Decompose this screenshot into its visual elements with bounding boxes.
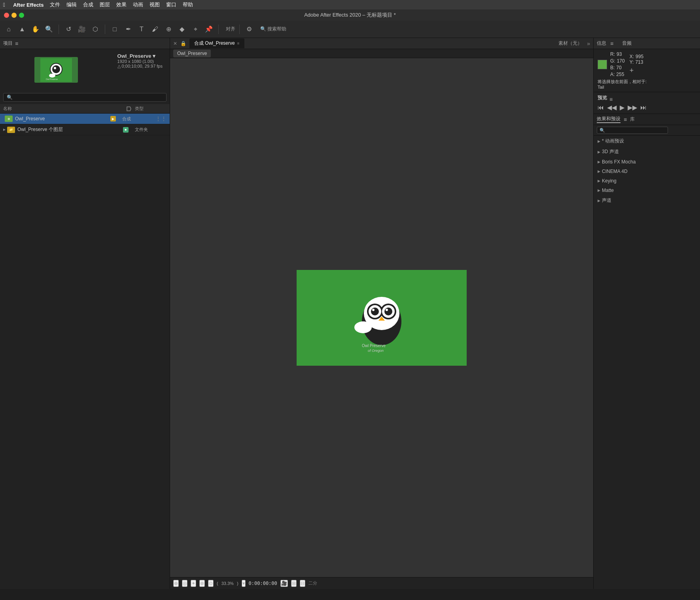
comp-preview-section: Owl Preserve Owl_Preserve ▾ 1920 x 1080 … xyxy=(0,49,170,91)
color-info-section: R: 93 G: 170 B: 70 A: 255 xyxy=(594,49,700,92)
close-button[interactable] xyxy=(4,13,9,18)
comp-draft-btn[interactable]: ⊙ xyxy=(208,580,214,587)
menu-composition[interactable]: 合成 xyxy=(83,1,93,8)
preview-menu-icon[interactable]: ≡ xyxy=(609,96,613,103)
center-panel: ✕ 🔒 合成 Owl_Preserve ≡ 素材（无） » Owl_Preser… xyxy=(170,38,593,589)
rect-tool[interactable]: □ xyxy=(109,24,120,35)
rotate-tool[interactable]: ↺ xyxy=(63,24,74,35)
preview-section: 预览 ≡ ⏮ ◀◀ ▶ ▶▶ ⏭ xyxy=(594,92,700,114)
comp-render-btn[interactable]: ◎ xyxy=(182,580,187,587)
arrow-boris: ▶ xyxy=(598,160,600,164)
roto-tool[interactable]: ⌖ xyxy=(190,24,201,35)
comp-name-tab[interactable]: Owl_Preserve xyxy=(173,49,211,57)
x-value: 995 xyxy=(636,54,643,59)
effects-item-channel[interactable]: ▶ 声道 xyxy=(594,195,700,206)
menu-after-effects[interactable]: After Effects xyxy=(13,2,44,8)
hand-tool[interactable]: ✋ xyxy=(30,24,41,35)
project-item-owl-layers[interactable]: ▶ 📁 Owl_Preserve 个图层 ■ 文件夹 xyxy=(0,124,170,135)
settings-button[interactable]: ⚙ xyxy=(244,24,255,35)
comp-snap-btn[interactable]: ✦ xyxy=(191,580,196,587)
close-comp-icon[interactable]: ✕ xyxy=(173,41,177,46)
effects-label-keying: Keying xyxy=(602,178,617,184)
orbit-tool[interactable]: ⬡ xyxy=(90,24,101,35)
tree-icon-1: ⋮⋮ xyxy=(155,116,166,122)
preview-header: 预览 ≡ xyxy=(598,95,696,104)
menu-help[interactable]: 帮助 xyxy=(183,1,193,8)
arrow-keying: ▶ xyxy=(598,179,600,183)
menu-edit[interactable]: 编辑 xyxy=(66,1,77,8)
r-value: 93 xyxy=(617,51,622,57)
svg-point-4 xyxy=(54,67,56,69)
owl-svg: Owl Preserve of Oregon xyxy=(297,270,467,366)
comp-duration: △ 0;00;10;00, 29.97 fps xyxy=(117,64,163,69)
arrow-matte: ▶ xyxy=(598,188,600,192)
text-tool[interactable]: T xyxy=(136,24,147,35)
menu-view[interactable]: 视图 xyxy=(149,1,160,8)
effects-item-matte[interactable]: ▶ Matte xyxy=(594,186,700,195)
effects-item-animation[interactable]: ▶ * 动画预设 xyxy=(594,136,700,146)
menu-file[interactable]: 文件 xyxy=(50,1,60,8)
align-label: 对齐 xyxy=(226,26,235,32)
preview-next-btn[interactable]: ▶▶ xyxy=(628,104,637,111)
menu-layer[interactable]: 图层 xyxy=(100,1,110,8)
comp-view-options[interactable]: ▾ xyxy=(242,580,246,587)
comp-name: Owl_Preserve ▾ xyxy=(117,53,163,59)
pen-tool[interactable]: ✒ xyxy=(123,24,134,35)
effects-search-input[interactable] xyxy=(597,127,668,134)
right-panel: 信息 ≡ 音频 R: 93 G: 170 B: xyxy=(593,38,700,589)
comp-icon-1: ⊕ xyxy=(5,116,13,122)
comp-options-btn[interactable]: ⊕ xyxy=(173,580,179,587)
comp-guide-btn[interactable]: ⊟ xyxy=(300,580,305,587)
effects-item-keying[interactable]: ▶ Keying xyxy=(594,176,700,186)
info-menu-icon[interactable]: ≡ xyxy=(610,40,613,47)
project-panel: 项目 ≡ Owl Preserve Owl_Preserve ▾ 1920 xyxy=(0,38,170,589)
arrow-channel: ▶ xyxy=(598,199,600,203)
effects-item-cinema[interactable]: ▶ CINEMA 4D xyxy=(594,167,700,176)
preview-first-btn[interactable]: ⏮ xyxy=(598,104,604,111)
home-button[interactable]: ⌂ xyxy=(3,24,14,35)
effects-tab[interactable]: 效果和预设 xyxy=(597,116,621,123)
preview-play-btn[interactable]: ▶ xyxy=(620,104,624,111)
pin-tool[interactable]: 📌 xyxy=(203,24,214,35)
minimize-button[interactable] xyxy=(11,13,17,18)
svg-text:Owl Preserve: Owl Preserve xyxy=(362,344,386,348)
menu-window[interactable]: 窗口 xyxy=(166,1,176,8)
select-tool[interactable]: ▲ xyxy=(17,24,28,35)
project-item-owl-preserve[interactable]: ⊕ Owl_Preserve ▶ 合成 ⋮⋮ xyxy=(0,114,170,124)
position-ref: Tail xyxy=(598,85,604,89)
folder-icon-1: 📁 xyxy=(7,127,15,133)
plus-btn[interactable]: + xyxy=(630,66,643,75)
clone-tool[interactable]: ⊕ xyxy=(163,24,174,35)
tag-icon-1: ▶ xyxy=(110,116,116,122)
menu-animation[interactable]: 动画 xyxy=(133,1,143,8)
effects-item-3d[interactable]: ▶ 3D 声道 xyxy=(594,146,700,157)
col-type-header: 类型 xyxy=(135,106,166,112)
comp-tab-owl[interactable]: 合成 Owl_Preserve ≡ xyxy=(189,38,244,48)
a-label: A: xyxy=(610,72,615,77)
svg-text:Owl Preserve: Owl Preserve xyxy=(46,78,58,80)
preview-last-btn[interactable]: ⏭ xyxy=(640,104,647,111)
lib-tab[interactable]: 库 xyxy=(630,116,635,123)
y-row: Y: 713 xyxy=(630,59,643,65)
comp-tab-menu[interactable]: ≡ xyxy=(237,41,240,46)
color-swatch xyxy=(598,60,607,69)
camera-tool[interactable]: 🎥 xyxy=(76,24,87,35)
comp-panel-menu[interactable]: » xyxy=(587,40,590,47)
paint-tool[interactable]: ◆ xyxy=(176,24,187,35)
comp-motion-blur-btn[interactable]: ⊗ xyxy=(199,580,205,587)
apple-icon:  xyxy=(3,2,5,8)
effects-item-boris[interactable]: ▶ Boris FX Mocha xyxy=(594,157,700,167)
maximize-button[interactable] xyxy=(19,13,24,18)
preview-title: 预览 xyxy=(598,95,607,101)
b-label: B: xyxy=(610,65,615,70)
preview-prev-btn[interactable]: ◀◀ xyxy=(607,104,617,111)
zoom-tool[interactable]: 🔍 xyxy=(44,24,55,35)
project-search-input[interactable] xyxy=(3,93,166,102)
effects-menu-icon[interactable]: ≡ xyxy=(624,116,627,123)
menu-effects[interactable]: 效果 xyxy=(116,1,127,8)
zoom-label: ( xyxy=(217,581,218,586)
comp-region-btn[interactable]: ⊞ xyxy=(291,580,297,587)
project-menu-icon[interactable]: ≡ xyxy=(15,40,18,47)
comp-camera-btn[interactable]: 🎥 xyxy=(280,580,288,587)
brush-tool[interactable]: 🖌 xyxy=(149,24,161,35)
